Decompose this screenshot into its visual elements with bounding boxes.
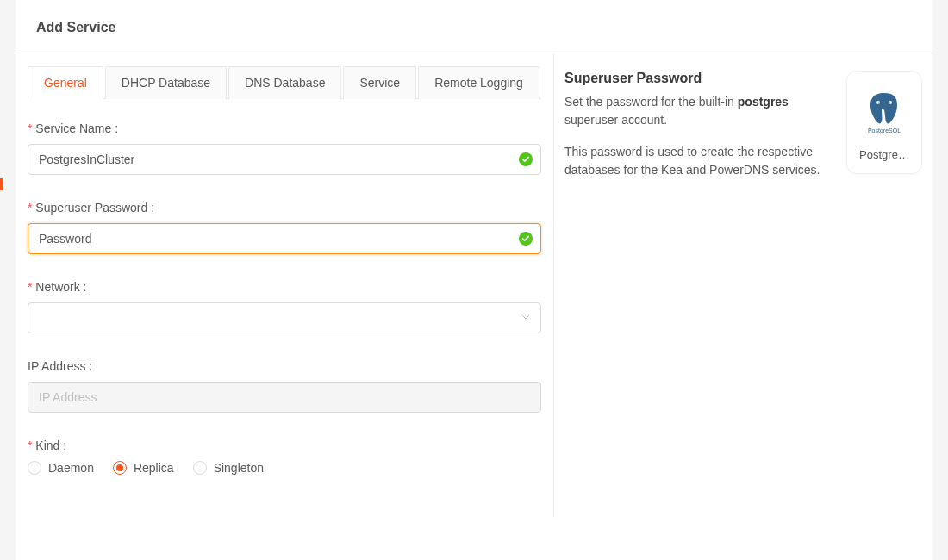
radio-label: Daemon xyxy=(48,461,94,475)
radio-circle-icon xyxy=(193,461,207,475)
help-paragraph: This password is used to create the resp… xyxy=(564,143,829,179)
accent-marker xyxy=(0,178,3,190)
help-text-span: Set the password for the built-in xyxy=(564,95,738,109)
superuser-password-input-wrap xyxy=(28,223,541,254)
superuser-password-label: Superuser Password : xyxy=(28,201,541,215)
service-name-label: Service Name : xyxy=(28,121,541,135)
network-label: Network : xyxy=(28,280,541,294)
form-item-network: Network : xyxy=(28,280,541,333)
tab-label: General xyxy=(44,76,87,90)
service-name-input-wrap xyxy=(28,144,541,175)
tab-label: Service xyxy=(359,76,400,90)
form-item-superuser-password: Superuser Password : xyxy=(28,201,541,254)
page-title: Add Service xyxy=(36,20,912,35)
radio-label: Replica xyxy=(134,461,174,475)
kind-radio-group: Daemon Replica Singleton xyxy=(28,461,541,475)
form-item-service-name: Service Name : xyxy=(28,121,541,175)
page-body: General DHCP Database DNS Database Servi… xyxy=(16,53,932,518)
svg-point-3 xyxy=(889,102,891,103)
tab-label: DHCP Database xyxy=(122,76,210,90)
radio-circle-icon xyxy=(28,461,41,475)
form-item-kind: Kind : Daemon Replica Singleton xyxy=(28,439,541,475)
form-column: General DHCP Database DNS Database Servi… xyxy=(16,53,554,518)
tab-dns-database[interactable]: DNS Database xyxy=(228,66,341,99)
ip-address-input xyxy=(28,382,541,413)
tab-general[interactable]: General xyxy=(28,66,103,99)
network-select-wrap xyxy=(28,302,541,333)
service-card-label: Postgre… xyxy=(852,148,916,161)
radio-circle-icon xyxy=(113,461,127,475)
ip-address-input-wrap xyxy=(28,382,541,413)
help-paragraph: Set the password for the built-in postgr… xyxy=(564,93,829,129)
help-text-span: superuser account. xyxy=(564,113,667,127)
help-column: Superuser Password Set the password for … xyxy=(554,53,932,518)
tab-label: DNS Database xyxy=(245,76,325,90)
help-title: Superuser Password xyxy=(564,71,829,86)
help-text: Superuser Password Set the password for … xyxy=(564,71,829,501)
service-name-input[interactable] xyxy=(28,144,541,175)
radio-singleton[interactable]: Singleton xyxy=(193,461,264,475)
kind-label: Kind : xyxy=(28,439,541,452)
tabs: General DHCP Database DNS Database Servi… xyxy=(28,65,541,99)
radio-daemon[interactable]: Daemon xyxy=(28,461,94,475)
check-icon xyxy=(519,232,533,246)
svg-text:PostgreSQL: PostgreSQL xyxy=(868,128,901,134)
svg-point-2 xyxy=(878,102,880,103)
service-card[interactable]: PostgreSQL Postgre… xyxy=(846,71,922,174)
radio-dot-icon xyxy=(116,464,123,471)
help-text-bold: postgres xyxy=(738,95,789,109)
tab-label: Remote Logging xyxy=(434,76,523,90)
postgresql-logo-icon: PostgreSQL xyxy=(860,88,908,136)
form-item-ip-address: IP Address : xyxy=(28,359,541,413)
ip-address-label: IP Address : xyxy=(28,359,541,373)
tab-dhcp-database[interactable]: DHCP Database xyxy=(105,66,227,99)
check-icon xyxy=(519,152,533,166)
tab-service[interactable]: Service xyxy=(343,66,416,99)
superuser-password-input[interactable] xyxy=(28,223,541,254)
radio-label: Singleton xyxy=(214,461,264,475)
network-select[interactable] xyxy=(28,302,541,333)
tab-remote-logging[interactable]: Remote Logging xyxy=(418,66,539,99)
radio-replica[interactable]: Replica xyxy=(113,461,174,475)
page-header: Add Service xyxy=(16,0,932,53)
